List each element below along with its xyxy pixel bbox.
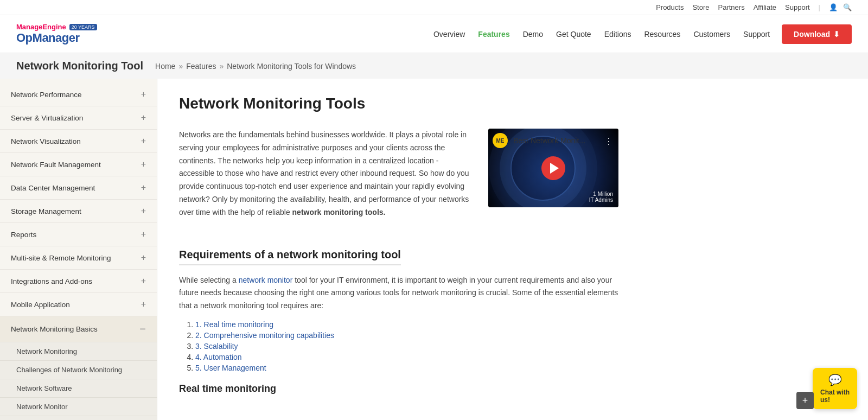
- sidebar-label: Network Fault Management: [11, 161, 101, 169]
- sidebar-label: Storage Management: [11, 207, 81, 215]
- req-link-2[interactable]: 2. Comprehensive monitoring capabilities: [195, 331, 334, 340]
- nav-editions[interactable]: Editions: [599, 27, 637, 42]
- sidebar-label: Network Performance: [11, 91, 82, 99]
- sidebar-item-datacenter[interactable]: Data Center Management +: [0, 176, 157, 200]
- topbar-link-store[interactable]: Store: [692, 3, 709, 11]
- search-icon[interactable]: 🔍: [843, 3, 852, 11]
- breadcrumb-sep-1: »: [178, 62, 183, 71]
- plus-icon: +: [141, 183, 146, 193]
- minus-icon: −: [139, 323, 146, 335]
- main-nav: ManageEngine 20 YEARS OpManager Overview…: [0, 15, 868, 53]
- list-item-5: 5. User Management: [195, 364, 618, 372]
- nav-support[interactable]: Support: [738, 27, 775, 42]
- video-stats-line1: 1 Million: [589, 191, 613, 197]
- list-item-3: 3. Scalability: [195, 342, 618, 351]
- breadcrumb-current[interactable]: Network Monitoring Tools for Windows: [227, 62, 356, 71]
- req-link-5[interactable]: 5. User Management: [195, 364, 266, 372]
- sidebar-item-basics[interactable]: Network Monitoring Basics −: [0, 316, 157, 342]
- nav-features[interactable]: Features: [473, 27, 515, 42]
- sidebar-label: Multi-site & Remote Monitoring: [11, 254, 111, 262]
- chat-label: Chat withus!: [820, 389, 850, 404]
- realtime-heading: Real time monitoring: [179, 383, 618, 394]
- network-monitor-link[interactable]: network monitor: [239, 276, 293, 284]
- sidebar-item-mobile[interactable]: Mobile Application +: [0, 293, 157, 316]
- sidebar-item-visualization[interactable]: Network Visualization +: [0, 130, 157, 153]
- breadcrumb-sep-2: »: [219, 62, 224, 71]
- logo-brand: ManageEngine: [16, 23, 66, 31]
- req-link-3[interactable]: 3. Scalability: [195, 342, 238, 351]
- breadcrumb-home[interactable]: Home: [155, 62, 175, 71]
- sidebar-item-multisite[interactable]: Multi-site & Remote Monitoring +: [0, 246, 157, 270]
- download-label: Download: [794, 30, 830, 39]
- scroll-top-button[interactable]: +: [796, 392, 814, 409]
- sub-item-network-monitoring[interactable]: Network Monitoring: [0, 342, 157, 361]
- plus-icon: +: [141, 113, 146, 123]
- nav-customers[interactable]: Customers: [688, 27, 736, 42]
- sidebar-item-reports[interactable]: Reports +: [0, 223, 157, 246]
- list-item-1: 1. Real time monitoring: [195, 320, 618, 329]
- list-item-2: 2. Comprehensive monitoring capabilities: [195, 331, 618, 340]
- list-item-4: 4. Automation: [195, 353, 618, 361]
- sidebar-label: Network Monitoring Basics: [11, 325, 98, 333]
- nav-demo[interactable]: Demo: [518, 27, 548, 42]
- video-stats-line2: IT Admins: [589, 197, 613, 203]
- topbar-link-support[interactable]: Support: [785, 3, 810, 11]
- topbar-link-products[interactable]: Products: [656, 3, 684, 11]
- video-menu-icon[interactable]: ⋮: [604, 136, 613, 147]
- sidebar-label: Server & Virtualization: [11, 114, 83, 122]
- sub-item-challenges[interactable]: Challenges of Network Monitoring: [0, 361, 157, 379]
- video-thumbnail[interactable]: ME Best Network Monit... ⋮ 1 Million IT …: [488, 129, 618, 207]
- topbar-link-affiliate[interactable]: Affiliate: [754, 3, 776, 11]
- video-title-bar: Best Network Monit... ⋮: [488, 133, 618, 150]
- plus-icon: +: [141, 230, 146, 239]
- sidebar-sub-items: Network Monitoring Challenges of Network…: [0, 342, 157, 420]
- intro-section: Networks are the fundamentals behind bus…: [179, 129, 618, 219]
- sidebar-label: Integrations and Add-ons: [11, 277, 92, 285]
- logo-product[interactable]: OpManager: [16, 31, 97, 45]
- sidebar-item-integrations[interactable]: Integrations and Add-ons +: [0, 270, 157, 293]
- req-link-4[interactable]: 4. Automation: [195, 353, 242, 361]
- nav-get-quote[interactable]: Get Quote: [551, 27, 597, 42]
- sub-item-network-monitor[interactable]: Network Monitor: [0, 398, 157, 416]
- sidebar-item-network-performance[interactable]: Network Performance +: [0, 83, 157, 106]
- download-icon: ⬇: [833, 30, 840, 39]
- nav-resources[interactable]: Resources: [639, 27, 686, 42]
- breadcrumb-features[interactable]: Features: [186, 62, 216, 71]
- breadcrumb-bar: Network Monitoring Tool Home » Features …: [0, 53, 868, 79]
- sub-item-management-software[interactable]: Network Management Software: [0, 416, 157, 420]
- req-link-1[interactable]: 1. Real time monitoring: [195, 320, 273, 329]
- content-layout: Network Performance + Server & Virtualiz…: [0, 79, 868, 420]
- plus-icon: +: [141, 136, 146, 146]
- sidebar-label: Reports: [11, 231, 36, 239]
- main-title: Network Monitoring Tools: [179, 95, 618, 112]
- sidebar-item-server[interactable]: Server & Virtualization +: [0, 106, 157, 130]
- plus-icon: +: [141, 206, 146, 216]
- chat-widget[interactable]: 💬 Chat withus!: [813, 368, 857, 409]
- plus-icon: +: [141, 276, 146, 286]
- topbar-link-partners[interactable]: Partners: [718, 3, 745, 11]
- sidebar: Network Performance + Server & Virtualiz…: [0, 79, 157, 420]
- plus-icon: +: [141, 160, 146, 169]
- video-play-button[interactable]: [541, 156, 565, 180]
- sub-item-network-software[interactable]: Network Software: [0, 379, 157, 398]
- sidebar-item-fault-management[interactable]: Network Fault Management +: [0, 153, 157, 176]
- main-content: Network Monitoring Tools Networks are th…: [157, 79, 646, 416]
- nav-overview[interactable]: Overview: [428, 27, 470, 42]
- requirements-list: 1. Real time monitoring 2. Comprehensive…: [195, 320, 618, 372]
- video-title-text: Best Network Monit...: [513, 136, 585, 145]
- chevron-up-icon: +: [802, 395, 808, 406]
- requirements-intro: While selecting a network monitor tool f…: [179, 274, 618, 313]
- plus-icon: +: [141, 90, 146, 99]
- sidebar-item-storage[interactable]: Storage Management +: [0, 200, 157, 223]
- logo-badge: 20 YEARS: [69, 24, 97, 30]
- sidebar-label: Mobile Application: [11, 301, 70, 309]
- chat-icon: 💬: [828, 373, 842, 386]
- sidebar-label: Data Center Management: [11, 184, 95, 192]
- nav-links: Overview Features Demo Get Quote Edition…: [428, 27, 775, 42]
- top-bar: Products Store Partners Affiliate Suppor…: [0, 0, 868, 15]
- plus-icon: +: [141, 253, 146, 263]
- download-button[interactable]: Download ⬇: [782, 24, 852, 44]
- user-icon[interactable]: 👤: [829, 3, 838, 11]
- requirements-heading: Requirements of a network monitoring too…: [179, 249, 401, 265]
- logo: ManageEngine 20 YEARS OpManager: [16, 23, 97, 45]
